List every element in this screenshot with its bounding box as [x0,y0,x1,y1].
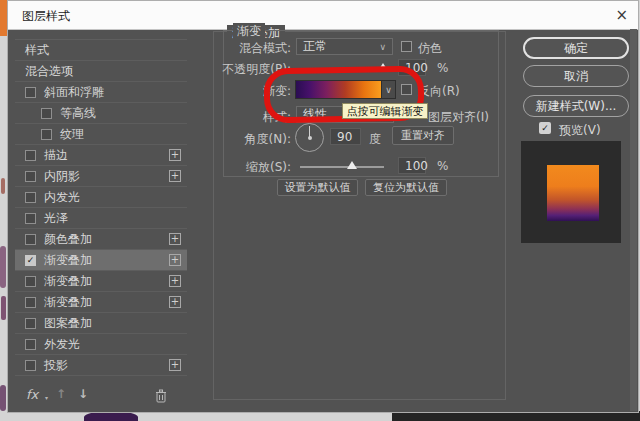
checkbox[interactable] [25,339,36,350]
reverse-label: 反向(R) [418,83,460,100]
chevron-down-icon: ∨ [379,42,386,52]
gradient-preview-square [547,165,599,221]
layer-preview-thumbnail [521,141,621,243]
effects-list: 样式 混合选项 斜面和浮雕 等高线 纹理 描边 + [15,39,187,376]
reverse-checkbox[interactable] [401,84,412,95]
set-default-button[interactable]: 设置为默认值 [277,179,358,196]
preview-checkbox-checked[interactable]: ✓ [539,122,551,134]
opacity-unit: % [437,61,448,75]
scale-label: 缩放(S): [221,159,291,176]
dialog-title: 图层样式 [22,8,70,25]
fx-caret-icon: ▾ [45,394,48,401]
sidebar-item-texture[interactable]: 纹理 [15,124,187,145]
sidebar-item-bevel-emboss[interactable]: 斜面和浮雕 [15,82,187,103]
add-effect-icon[interactable]: + [169,254,181,266]
sidebar-item-drop-shadow[interactable]: 投影 + [15,355,187,376]
add-effect-icon[interactable]: + [169,275,181,287]
gradient-picker-caret[interactable]: ∨ [382,80,396,99]
move-effect-up-icon[interactable]: ↑ [56,387,66,401]
layer-style-dialog: 图层样式 × 样式 混合选项 斜面和浮雕 等高线 纹理 [7,0,639,413]
angle-unit: 度 [369,131,381,148]
sidebar-item-inner-shadow[interactable]: 内阴影 + [15,166,187,187]
checkbox[interactable] [25,213,36,224]
sidebar-item-blending-options[interactable]: 混合选项 [15,61,187,82]
angle-dial[interactable] [295,123,324,152]
background-paint-speck [0,246,6,288]
checkbox[interactable] [25,318,36,329]
add-effect-icon[interactable]: + [169,170,181,182]
opacity-input[interactable]: 100 [398,59,426,76]
checkbox[interactable] [25,171,36,182]
checkbox[interactable] [41,108,52,119]
scale-unit: % [437,159,448,173]
sidebar-item-styles[interactable]: 样式 [15,40,187,61]
new-style-button[interactable]: 新建样式(W)... [523,95,629,117]
background-paint-speck [1,296,6,320]
close-icon[interactable]: × [615,6,628,24]
add-effect-icon[interactable]: + [169,296,181,308]
background-paint-speck [1,178,5,194]
checkbox[interactable] [25,297,36,308]
sidebar-item-gradient-overlay-selected[interactable]: ✓ 渐变叠加 + [15,250,187,271]
opacity-slider[interactable] [300,68,388,70]
screen: 图层样式 × 样式 混合选项 斜面和浮雕 等高线 纹理 [0,0,640,421]
angle-input[interactable]: 90 [330,128,361,145]
opacity-slider-thumb[interactable] [378,63,388,71]
sidebar-item-stroke[interactable]: 描边 + [15,145,187,166]
dialog-titlebar[interactable]: 图层样式 × [8,1,638,30]
ok-button[interactable]: 确定 [523,37,629,59]
style-label: 样式: [241,109,291,126]
dither-checkbox[interactable] [401,41,412,52]
add-effect-icon[interactable]: + [169,149,181,161]
sidebar-item-gradient-overlay-3[interactable]: 渐变叠加 + [15,292,187,313]
sidebar-item-inner-glow[interactable]: 内发光 [15,187,187,208]
sidebar-item-contour[interactable]: 等高线 [15,103,187,124]
checkbox[interactable] [25,360,36,371]
chevron-down-icon: ∨ [385,85,392,95]
gradient-tooltip: 点按可编辑渐变 [342,103,428,119]
fx-menu-icon[interactable]: fx [26,387,38,402]
delete-effect-icon[interactable] [155,388,167,407]
sidebar-item-gradient-overlay-2[interactable]: 渐变叠加 + [15,271,187,292]
sidebar-item-satin[interactable]: 光泽 [15,208,187,229]
background-canvas-fragment [0,0,7,36]
sidebar-item-outer-glow[interactable]: 外发光 [15,334,187,355]
checkbox[interactable] [25,192,36,203]
opacity-label: 不透明度(P): [214,61,291,78]
scale-slider-thumb[interactable] [347,161,357,169]
effects-list-footer: fx ▾ ↑ ↓ [15,385,187,407]
dither-label: 仿色 [418,40,442,57]
group-label: 渐变 [233,23,265,40]
gradient-label: 渐变: [241,83,291,100]
checkbox[interactable] [25,87,36,98]
sidebar-item-color-overlay[interactable]: 颜色叠加 + [15,229,187,250]
gradient-preview-bar[interactable] [295,80,382,99]
checkbox[interactable] [41,129,52,140]
checkbox[interactable] [25,234,36,245]
angle-label: 角度(N): [221,131,291,148]
add-effect-icon[interactable]: + [169,233,181,245]
angle-center-dot [308,136,312,140]
scale-slider[interactable] [300,166,384,168]
dialog-right-edge [630,29,637,411]
checkbox[interactable] [25,276,36,287]
checkbox[interactable] [25,150,36,161]
background-paint-speck [0,385,6,411]
add-effect-icon[interactable]: + [169,359,181,371]
blend-mode-label: 混合模式: [221,40,291,57]
checkbox-checked[interactable]: ✓ [25,255,36,266]
scale-input[interactable]: 100 [398,157,426,174]
cancel-button[interactable]: 取消 [523,65,629,87]
reset-default-button[interactable]: 复位为默认值 [365,179,447,196]
blend-mode-select[interactable]: 正常 ∨ [296,38,393,55]
move-effect-down-icon[interactable]: ↓ [78,387,88,401]
reset-alignment-button[interactable]: 重置对齐 [392,126,454,145]
align-with-layer-label: 图层对齐(I) [428,109,489,126]
sidebar-item-pattern-overlay[interactable]: 图案叠加 [15,313,187,334]
preview-label: 预览(V) [559,122,601,139]
